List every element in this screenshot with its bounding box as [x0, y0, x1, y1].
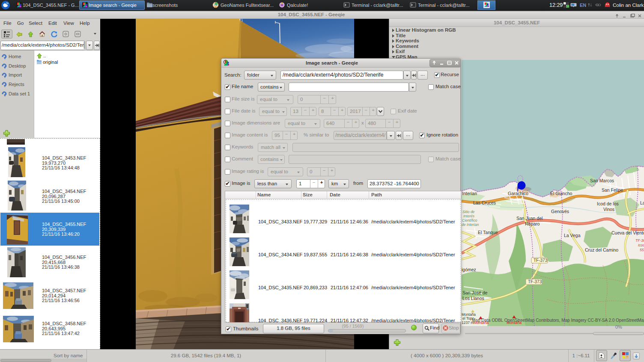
svg-text:Cueva del Viento: Cueva del Viento: [611, 230, 644, 235]
svg-text:El Guincho: El Guincho: [550, 191, 572, 196]
svg-text:Icod de los: Icod de los: [597, 201, 619, 206]
svg-text:Genovés: Genovés: [551, 209, 569, 214]
svg-text:igómez: igómez: [462, 267, 476, 272]
svg-text:TF-366: TF-366: [635, 238, 644, 243]
svg-text:de Interian: de Interian: [462, 223, 479, 227]
svg-text:San Felipe: San Felipe: [602, 187, 623, 193]
svg-text:Interian: Interian: [462, 191, 477, 196]
svg-text:La Vega: La Vega: [564, 233, 581, 238]
svg-text:San Marcos: San Marcos: [590, 178, 614, 183]
svg-text:Interés: Interés: [463, 214, 475, 218]
svg-text:La: La: [640, 200, 644, 205]
svg-text:55: 55: [640, 248, 644, 252]
svg-text:Científico: Científico: [462, 218, 477, 223]
svg-text:Los Llanos: Los Llanos: [462, 296, 484, 301]
svg-text:El Tanque: El Tanque: [478, 230, 498, 235]
svg-text:Las Cruces: Las Cruces: [473, 200, 496, 205]
svg-text:TF-373: TF-373: [534, 258, 548, 263]
svg-text:Garachico: Garachico: [508, 191, 528, 196]
svg-text:Icod: Icod: [638, 243, 644, 247]
svg-text:Reparo: Reparo: [525, 221, 540, 226]
svg-text:TF-373: TF-373: [528, 279, 542, 284]
svg-text:Map Data ODBL OpenStreetMap Co: Map Data ODBL OpenStreetMap Contributors…: [472, 318, 644, 323]
svg-text:Sitio de: Sitio de: [462, 210, 475, 214]
svg-text:San Juan del: San Juan del: [516, 216, 543, 221]
svg-text:San José de: San José de: [462, 290, 488, 295]
svg-text:Cruz del Camino: Cruz del Camino: [585, 247, 618, 252]
svg-text:Vinos: Vinos: [603, 207, 614, 212]
